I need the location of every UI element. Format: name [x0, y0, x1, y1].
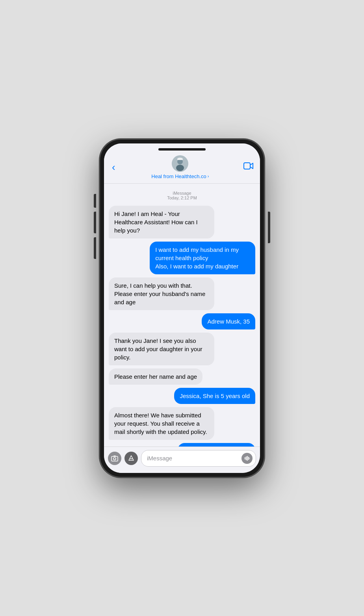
- outgoing-bubble: That's great! Thanks a lot: [178, 443, 255, 447]
- avatar: [172, 155, 188, 172]
- status-bar: [104, 143, 260, 154]
- svg-point-7: [113, 458, 116, 460]
- messages-area: iMessageToday, 2:12 PM Hi Jane! I am Hea…: [104, 184, 260, 447]
- contact-name: Heal from Healthtech.co ›: [151, 173, 209, 179]
- message-row: Jessica, She is 5 years old: [109, 388, 255, 404]
- svg-rect-13: [248, 457, 249, 460]
- notch: [158, 148, 206, 151]
- incoming-bubble: Hi Jane! I am Heal - Your Healthcare Ass…: [109, 206, 214, 238]
- message-row: Adrew Musk, 35: [109, 313, 255, 329]
- message-row: Sure, I can help you with that.Please en…: [109, 277, 255, 310]
- outgoing-bubble: Adrew Musk, 35: [202, 313, 255, 329]
- volume-down-button[interactable]: [94, 237, 96, 259]
- svg-rect-12: [247, 456, 248, 461]
- incoming-bubble: Almost there! We have submitted your req…: [109, 407, 214, 440]
- video-call-button[interactable]: [243, 162, 254, 172]
- svg-rect-14: [249, 458, 250, 459]
- apps-button[interactable]: [124, 452, 138, 465]
- incoming-bubble: Sure, I can help you with that.Please en…: [109, 277, 214, 310]
- svg-point-2: [176, 165, 184, 171]
- phone-screen: ‹ Heal from Health: [104, 143, 260, 473]
- volume-up-button[interactable]: [94, 212, 96, 233]
- incoming-bubble: Thank you Jane! I see you also want to a…: [109, 333, 214, 365]
- svg-rect-4: [177, 159, 183, 160]
- camera-button[interactable]: [108, 452, 121, 465]
- power-button[interactable]: [268, 212, 270, 243]
- contact-info[interactable]: Heal from Healthtech.co ›: [151, 155, 209, 179]
- incoming-bubble: Please enter her name and age: [109, 368, 202, 385]
- message-row: Please enter her name and age: [109, 368, 255, 385]
- message-row: I want to add my husband in my current h…: [109, 242, 255, 274]
- input-bar: iMessage: [104, 447, 260, 473]
- message-row: Almost there! We have submitted your req…: [109, 407, 255, 440]
- outgoing-bubble: Jessica, She is 5 years old: [174, 388, 255, 404]
- outgoing-bubble: I want to add my husband in my current h…: [150, 242, 255, 274]
- phone-frame: ‹ Heal from Health: [99, 139, 265, 478]
- nav-header: ‹ Heal from Health: [104, 154, 260, 184]
- contact-chevron-icon: ›: [208, 174, 209, 179]
- svg-rect-10: [245, 457, 245, 460]
- audio-input-button[interactable]: [241, 453, 253, 464]
- message-input-field[interactable]: iMessage: [141, 450, 256, 467]
- svg-rect-8: [113, 456, 116, 457]
- message-placeholder: iMessage: [147, 455, 239, 462]
- message-row: That's great! Thanks a lot: [109, 443, 255, 447]
- message-row: Hi Jane! I am Heal - Your Healthcare Ass…: [109, 206, 255, 238]
- back-button[interactable]: ‹: [110, 160, 117, 175]
- svg-rect-5: [244, 163, 250, 169]
- timestamp-label: iMessageToday, 2:12 PM: [109, 191, 255, 200]
- svg-rect-6: [111, 456, 118, 461]
- message-row: Thank you Jane! I see you also want to a…: [109, 333, 255, 365]
- svg-rect-11: [246, 456, 247, 460]
